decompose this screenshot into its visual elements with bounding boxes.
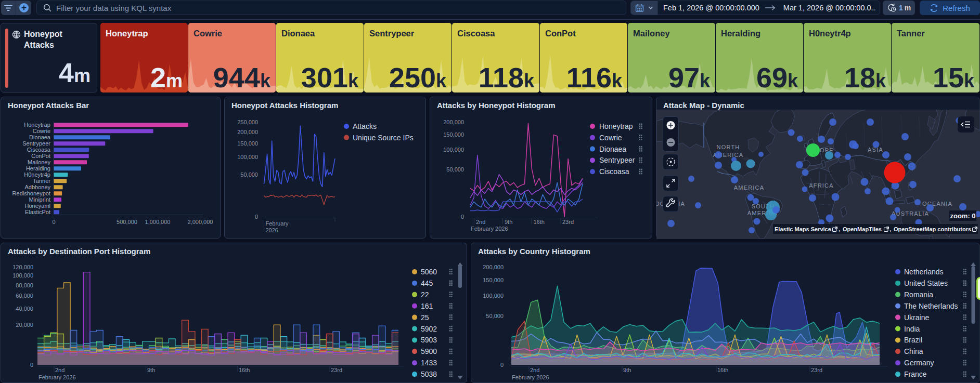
svg-text:120,000: 120,000 (12, 264, 33, 270)
svg-text:Ciscoasa: Ciscoasa (599, 167, 629, 176)
svg-text:9th: 9th (147, 367, 155, 373)
svg-text:200,000: 200,000 (443, 119, 464, 125)
svg-text:2nd: 2nd (530, 367, 539, 373)
svg-text:9th: 9th (505, 219, 512, 225)
svg-text:1433: 1433 (421, 359, 437, 367)
svg-text:5038: 5038 (421, 370, 437, 378)
svg-text:France: France (904, 370, 927, 378)
svg-text:India: India (904, 325, 920, 333)
svg-text:23rd: 23rd (562, 219, 574, 225)
svg-text:16th: 16th (717, 367, 728, 373)
svg-text:Redishoneypot: Redishoneypot (12, 190, 50, 196)
svg-text:161: 161 (421, 302, 433, 310)
svg-text:0: 0 (255, 214, 258, 220)
svg-text:250,000: 250,000 (237, 119, 258, 125)
svg-text:ConPot: ConPot (31, 153, 50, 159)
svg-text:Cowrie: Cowrie (599, 134, 622, 142)
svg-text:5903: 5903 (421, 336, 437, 344)
svg-text:Netherlands: Netherlands (904, 268, 944, 276)
svg-text:200,000: 200,000 (237, 129, 258, 135)
svg-text:5902: 5902 (421, 325, 437, 333)
svg-text:Honeytrap: Honeytrap (24, 122, 50, 128)
svg-text:Cowrie: Cowrie (33, 128, 50, 134)
svg-text:Ciscoasa: Ciscoasa (27, 147, 51, 153)
svg-text:16th: 16th (534, 219, 545, 225)
svg-text:Attacks: Attacks (353, 122, 377, 130)
svg-text:China: China (904, 347, 923, 355)
svg-text:Miniprint: Miniprint (29, 196, 50, 203)
svg-text:OpenStreetMap contributors: OpenStreetMap contributors (894, 226, 971, 232)
svg-text:2nd: 2nd (55, 367, 65, 373)
svg-text:OpenMapTiles: OpenMapTiles (843, 226, 882, 232)
svg-text:100,000: 100,000 (12, 272, 33, 279)
svg-text:200,000: 200,000 (483, 264, 504, 270)
svg-text:22: 22 (421, 290, 429, 299)
svg-text:The Netherlands: The Netherlands (904, 302, 958, 310)
svg-text:60,000: 60,000 (16, 293, 33, 299)
svg-text:445: 445 (421, 279, 433, 287)
svg-text:0: 0 (500, 362, 504, 368)
svg-text:23rd: 23rd (331, 367, 342, 373)
svg-text:February: February (266, 220, 289, 227)
svg-text:100,000: 100,000 (237, 154, 258, 160)
svg-text:2026: 2026 (266, 227, 278, 233)
svg-text:150,000: 150,000 (483, 277, 504, 283)
svg-text:5060: 5060 (421, 268, 437, 276)
svg-text:Sentrypeer: Sentrypeer (22, 140, 50, 147)
svg-text:50,000: 50,000 (446, 166, 464, 173)
svg-text:zoom: 0: zoom: 0 (950, 212, 975, 220)
svg-text:5900: 5900 (421, 347, 437, 355)
svg-text:ElasticPot: ElasticPot (25, 209, 50, 215)
svg-text:23rd: 23rd (811, 367, 822, 373)
svg-text:16th: 16th (239, 367, 250, 373)
svg-text:Dionaea: Dionaea (599, 145, 626, 153)
svg-text:February 2026: February 2026 (512, 374, 549, 380)
svg-text:Elastic Maps Service: Elastic Maps Service (775, 226, 831, 232)
svg-text:United States: United States (904, 279, 948, 287)
svg-text:50,000: 50,000 (240, 171, 258, 178)
svg-text:,: , (839, 226, 840, 232)
svg-text:,: , (889, 226, 891, 232)
svg-text:Honeytrap: Honeytrap (599, 122, 633, 130)
svg-text:Honeyaml: Honeyaml (24, 203, 50, 209)
svg-text:1,000,000: 1,000,000 (145, 219, 171, 225)
svg-text:150,000: 150,000 (237, 140, 258, 147)
svg-text:500,000: 500,000 (117, 219, 137, 225)
svg-text:Tanner: Tanner (33, 178, 50, 184)
svg-text:0: 0 (52, 219, 55, 225)
svg-text:2nd: 2nd (476, 219, 485, 225)
svg-text:Germany: Germany (904, 359, 934, 367)
svg-text:H0neytr4p: H0neytr4p (24, 171, 50, 178)
svg-text:Unique Source IPs: Unique Source IPs (353, 134, 414, 142)
svg-text:February 2026: February 2026 (471, 226, 508, 232)
svg-text:AMERICA: AMERICA (734, 184, 765, 191)
svg-text:25: 25 (421, 313, 429, 322)
svg-text:Brazil: Brazil (904, 336, 922, 344)
svg-text:Heralding: Heralding (26, 165, 50, 171)
svg-text:Romania: Romania (904, 290, 933, 299)
svg-text:0: 0 (461, 214, 464, 220)
svg-text:100,000: 100,000 (443, 147, 464, 153)
svg-text:20,000: 20,000 (16, 322, 33, 328)
svg-text:NORTH: NORTH (717, 144, 740, 150)
svg-text:100,000: 100,000 (483, 293, 504, 299)
svg-text:2,000,000: 2,000,000 (188, 219, 213, 225)
svg-text:40,000: 40,000 (16, 306, 33, 312)
svg-text:Ukraine: Ukraine (904, 313, 929, 322)
svg-text:Mailoney: Mailoney (28, 159, 51, 165)
svg-text:OCEANIA: OCEANIA (922, 201, 952, 207)
svg-text:Sentrypeer: Sentrypeer (599, 156, 635, 164)
svg-text:0: 0 (30, 362, 33, 368)
svg-text:150,000: 150,000 (443, 131, 464, 138)
svg-text:80,000: 80,000 (16, 282, 33, 288)
svg-text:Dionaea: Dionaea (29, 134, 51, 140)
svg-text:Adbhoney: Adbhoney (24, 184, 50, 190)
svg-text:50,000: 50,000 (486, 313, 504, 319)
svg-text:February 2026: February 2026 (38, 374, 76, 380)
svg-text:9th: 9th (623, 367, 631, 373)
svg-text:AFRICA: AFRICA (809, 182, 834, 189)
